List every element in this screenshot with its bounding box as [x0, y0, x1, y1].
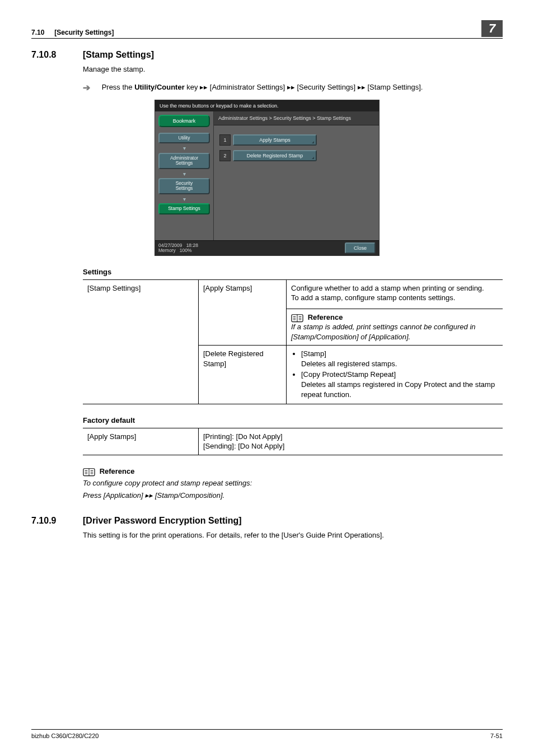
- section-title: [Stamp Settings]: [83, 49, 154, 61]
- chevron-down-icon: ▾: [158, 170, 210, 178]
- menu-item-number: 1: [219, 134, 231, 146]
- step-path-1: [Administrator Settings]: [210, 83, 285, 91]
- chevron-down-icon: ▾: [158, 195, 210, 203]
- page-footer: bizhub C360/C280/C220 7-51: [31, 729, 503, 740]
- crumb-security-settings[interactable]: Security Settings: [158, 178, 210, 194]
- navigation-step: ➔ Press the Utility/Counter key ▸▸ [Admi…: [83, 82, 503, 94]
- fd-item: [Apply Stamps]: [83, 428, 199, 455]
- reference-note: If a stamp is added, print settings cann…: [291, 323, 476, 341]
- breadcrumb-path: Administrator Settings > Security Settin…: [214, 111, 379, 125]
- section-intro: Manage the stamp.: [83, 64, 503, 74]
- settings-table: [Stamp Settings] [Apply Stamps] Configur…: [83, 279, 503, 404]
- footer-model: bizhub C360/C280/C220: [31, 732, 99, 740]
- chevron-down-icon: ▾: [158, 144, 210, 152]
- device-screenshot: Use the menu buttons or keypad to make a…: [154, 100, 380, 256]
- reference-icon: [83, 467, 95, 476]
- section-body: This setting is for the print operations…: [83, 530, 503, 540]
- menu-item[interactable]: 1 Apply Stamps: [219, 134, 373, 146]
- bookmark-button[interactable]: Bookmark: [158, 115, 210, 127]
- reference-line-part: [Stamp/Composition].: [153, 491, 224, 500]
- reference-label: Reference: [308, 313, 343, 321]
- list-item: [Copy Protect/Stamp Repeat] Deletes all …: [301, 370, 498, 399]
- chapter-tab: 7: [481, 20, 503, 37]
- screenshot-instruction: Use the menu buttons or keypad to make a…: [155, 100, 379, 111]
- fd-value-line: [Sending]: [Do Not Apply]: [203, 442, 284, 450]
- menu-item[interactable]: 2 Delete Registered Stamp: [219, 150, 373, 161]
- double-arrow-icon: ▸▸: [287, 82, 295, 92]
- list-item-desc: Deletes all stamps registered in Copy Pr…: [301, 380, 495, 399]
- settings-col-category: [Stamp Settings]: [83, 279, 199, 404]
- reference-label: Reference: [100, 467, 135, 475]
- section-heading: 7.10.9 [Driver Password Encryption Setti…: [31, 515, 503, 527]
- fd-value-line: [Printing]: [Do Not Apply]: [203, 432, 283, 441]
- section-num: 7.10.8: [31, 49, 83, 61]
- list-item-desc: Deletes all registered stamps.: [301, 360, 397, 368]
- screenshot-footer: 04/27/2009 18:28 Memory 100% Close: [155, 240, 379, 255]
- crumb-utility[interactable]: Utility: [158, 133, 210, 143]
- close-button[interactable]: Close: [345, 242, 376, 254]
- section-title: [Driver Password Encryption Setting]: [83, 515, 242, 527]
- step-path-3: [Stamp Settings].: [367, 83, 423, 91]
- double-arrow-icon: ▸▸: [145, 491, 153, 501]
- settings-col-desc: Configure whether to add a stamp when pr…: [287, 279, 503, 346]
- section-num: 7.10.9: [31, 515, 83, 527]
- crumb-admin-settings[interactable]: Administrator Settings: [158, 153, 210, 169]
- reference-line: To configure copy protect and stamp repe…: [83, 478, 503, 488]
- reference-block: Reference To configure copy protect and …: [83, 466, 503, 501]
- settings-col-desc: [Stamp] Deletes all registered stamps. […: [287, 346, 503, 404]
- header-section-title: [Security Settings]: [54, 28, 481, 37]
- footer-memory-value: 100%: [180, 248, 192, 253]
- double-arrow-icon: ▸▸: [200, 82, 208, 92]
- apply-stamps-button[interactable]: Apply Stamps: [233, 134, 317, 146]
- settings-desc-line: Configure whether to add a stamp when pr…: [291, 284, 484, 292]
- header-section-num: 7.10: [31, 28, 44, 37]
- reference-line-part: Press [Application]: [83, 491, 145, 500]
- reference-icon: [291, 313, 303, 322]
- reference-line: Press [Application] ▸▸ [Stamp/Compositio…: [83, 491, 503, 501]
- screenshot-main: Administrator Settings > Security Settin…: [213, 111, 379, 240]
- factory-default-table: [Apply Stamps] [Printing]: [Do Not Apply…: [83, 428, 503, 455]
- settings-col-item: [Delete Registered Stamp]: [199, 346, 287, 404]
- factory-default-heading: Factory default: [83, 416, 503, 426]
- settings-col-item: [Apply Stamps]: [199, 279, 287, 346]
- section-heading: 7.10.8 [Stamp Settings]: [31, 49, 503, 61]
- step-text-mid: key: [185, 83, 200, 91]
- double-arrow-icon: ▸▸: [358, 82, 366, 92]
- fd-value: [Printing]: [Do Not Apply] [Sending]: [D…: [199, 428, 503, 455]
- settings-desc-line: To add a stamp, configure stamp contents…: [291, 293, 455, 302]
- list-item-title: [Stamp]: [301, 349, 326, 358]
- settings-heading: Settings: [83, 267, 503, 277]
- list-item-title: [Copy Protect/Stamp Repeat]: [301, 370, 396, 379]
- step-text-bold: Utility/Counter: [134, 83, 185, 91]
- footer-memory-label: Memory: [158, 248, 176, 253]
- arrow-right-icon: ➔: [83, 82, 94, 94]
- crumb-stamp-settings[interactable]: Stamp Settings: [158, 203, 210, 214]
- list-item: [Stamp] Deletes all registered stamps.: [301, 349, 498, 368]
- page-header: 7.10 [Security Settings] 7: [31, 20, 503, 39]
- menu-item-number: 2: [219, 150, 231, 161]
- step-text-prefix: Press the: [102, 83, 135, 91]
- footer-page-num: 7-51: [490, 732, 503, 740]
- delete-registered-stamp-button[interactable]: Delete Registered Stamp: [233, 150, 317, 161]
- screenshot-sidebar: Bookmark Utility ▾ Administrator Setting…: [155, 111, 213, 240]
- step-path-2: [Security Settings]: [297, 83, 355, 91]
